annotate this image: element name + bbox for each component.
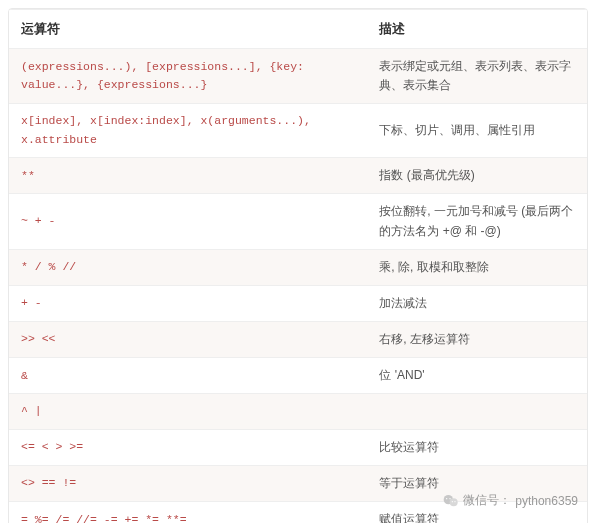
cell-operator: ^ | xyxy=(9,394,367,429)
table-row: **指数 (最高优先级) xyxy=(9,158,587,194)
cell-description: 赋值运算符 xyxy=(367,502,587,523)
operator-table-container: 运算符 描述 (expressions...), [expressions...… xyxy=(8,8,588,523)
table-row: + -加法减法 xyxy=(9,285,587,321)
cell-operator: x[index], x[index:index], x(arguments...… xyxy=(9,104,367,158)
cell-operator: >> << xyxy=(9,322,367,358)
operator-table: 运算符 描述 (expressions...), [expressions...… xyxy=(9,9,587,523)
cell-description: 指数 (最高优先级) xyxy=(367,158,587,194)
header-description: 描述 xyxy=(367,10,587,49)
table-row: * / % //乘, 除, 取模和取整除 xyxy=(9,249,587,285)
table-body: (expressions...), [expressions...], {key… xyxy=(9,49,587,524)
cell-description: 等于运算符 xyxy=(367,466,587,502)
cell-operator: <= < > >= xyxy=(9,429,367,465)
cell-description: 加法减法 xyxy=(367,285,587,321)
cell-description: 按位翻转, 一元加号和减号 (最后两个的方法名为 +@ 和 -@) xyxy=(367,194,587,249)
table-row: x[index], x[index:index], x(arguments...… xyxy=(9,104,587,158)
cell-description: 乘, 除, 取模和取整除 xyxy=(367,249,587,285)
table-row: (expressions...), [expressions...], {key… xyxy=(9,49,587,104)
cell-operator: & xyxy=(9,358,367,394)
cell-operator: + - xyxy=(9,285,367,321)
cell-description: 比较运算符 xyxy=(367,429,587,465)
cell-description: 位 'AND' xyxy=(367,358,587,394)
table-row: = %= /= //= -= += *= **=赋值运算符 xyxy=(9,502,587,523)
table-row: <= < > >=比较运算符 xyxy=(9,429,587,465)
cell-description: 下标、切片、调用、属性引用 xyxy=(367,104,587,158)
cell-operator: = %= /= //= -= += *= **= xyxy=(9,502,367,523)
table-row: <> == !=等于运算符 xyxy=(9,466,587,502)
table-row: ^ | xyxy=(9,394,587,429)
cell-operator: * / % // xyxy=(9,249,367,285)
cell-operator: (expressions...), [expressions...], {key… xyxy=(9,49,367,104)
table-row: &位 'AND' xyxy=(9,358,587,394)
table-header: 运算符 描述 xyxy=(9,10,587,49)
cell-description: 右移, 左移运算符 xyxy=(367,322,587,358)
cell-description xyxy=(367,394,587,429)
cell-operator: ~ + - xyxy=(9,194,367,249)
header-operator: 运算符 xyxy=(9,10,367,49)
cell-operator: <> == != xyxy=(9,466,367,502)
cell-description: 表示绑定或元组、表示列表、表示字典、表示集合 xyxy=(367,49,587,104)
table-row: >> <<右移, 左移运算符 xyxy=(9,322,587,358)
table-row: ~ + -按位翻转, 一元加号和减号 (最后两个的方法名为 +@ 和 -@) xyxy=(9,194,587,249)
cell-operator: ** xyxy=(9,158,367,194)
